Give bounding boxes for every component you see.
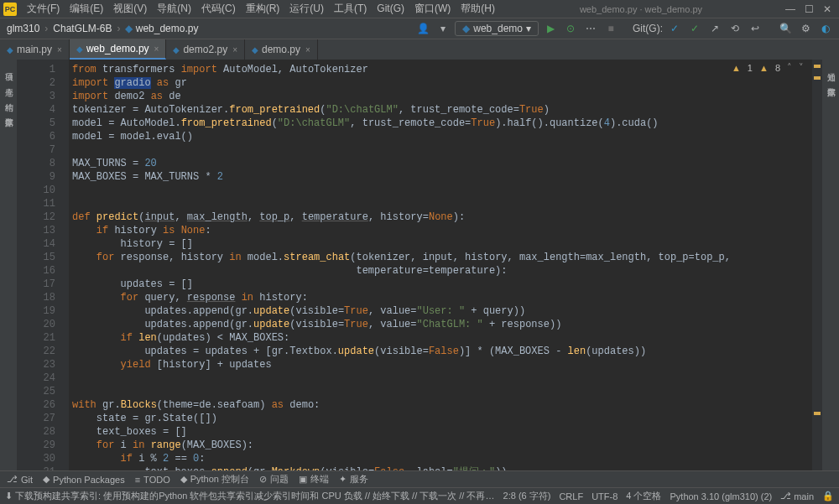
error-stripe[interactable] [812, 60, 822, 470]
code-line[interactable]: with gr.Blocks(theme=de.seafoam) as demo… [72, 398, 812, 412]
line-number[interactable]: 6 [20, 130, 55, 143]
code-line[interactable]: updates = updates + [gr.Textbox.update(v… [72, 345, 812, 358]
hammer-icon[interactable]: ▾ [435, 20, 451, 37]
right-tool-0[interactable]: 通知 [825, 63, 836, 70]
code-line[interactable]: if i % 2 == 0: [72, 452, 812, 465]
line-number[interactable]: 25 [20, 385, 55, 398]
menu-item-0[interactable]: 文件(F) [22, 1, 65, 16]
toolwin-问题[interactable]: ⊘问题 [259, 473, 289, 486]
line-number[interactable]: 7 [20, 143, 55, 157]
line-number[interactable]: 14 [20, 237, 55, 251]
code-line[interactable]: for response, history in model.stream_ch… [72, 251, 812, 264]
code-line[interactable]: if len(updates) < MAX_BOXES: [72, 331, 812, 345]
toolwin-todo[interactable]: ≡TODO [135, 475, 170, 485]
maximize-button[interactable]: ☐ [800, 3, 817, 15]
line-number[interactable]: 29 [20, 439, 55, 452]
menu-item-10[interactable]: 帮助(H) [456, 1, 500, 16]
file-tab-web_demo-py[interactable]: ◆web_demo.py× [70, 39, 167, 60]
line-number[interactable]: 24 [20, 372, 55, 385]
breadcrumb-0[interactable]: glm310 [5, 23, 41, 34]
line-number[interactable]: 11 [20, 197, 55, 210]
code-line[interactable]: if history is None: [72, 224, 812, 237]
code-line[interactable]: model = AutoModel.from_pretrained("D:\ch… [72, 117, 812, 130]
menu-item-1[interactable]: 编辑(E) [65, 1, 108, 16]
toolwin-python-控制台[interactable]: ◆Python 控制台 [180, 473, 249, 486]
lock-icon[interactable]: 🔒 [822, 491, 834, 501]
close-button[interactable]: ✕ [819, 3, 836, 15]
menu-item-4[interactable]: 代码(C) [196, 1, 241, 16]
code-line[interactable]: history = [] [72, 237, 812, 251]
line-number[interactable]: 31 [20, 465, 55, 470]
more-run-icon[interactable]: ⋯ [582, 20, 599, 37]
code-line[interactable]: MAX_BOXES = MAX_TURNS * 2 [72, 170, 812, 184]
line-number[interactable]: 16 [20, 264, 55, 278]
menu-item-3[interactable]: 导航(N) [152, 1, 196, 16]
stop-button[interactable]: ■ [602, 20, 619, 37]
left-tool-0[interactable]: 项目 [3, 63, 14, 70]
vcs-push-icon[interactable]: ↗ [706, 20, 723, 37]
code-area[interactable]: from transformers import AutoModel, Auto… [69, 60, 812, 470]
run-config-select[interactable]: ◆ web_demo ▾ [455, 21, 539, 36]
vcs-update-icon[interactable]: ✓ [666, 20, 683, 37]
code-line[interactable] [72, 197, 812, 210]
vcs-rollback-icon[interactable]: ↩ [747, 20, 763, 37]
close-icon[interactable]: × [154, 44, 159, 54]
code-line[interactable]: text_boxes.append(gr.Markdown(visible=Fa… [72, 465, 812, 470]
toolwin-服务[interactable]: ✦服务 [339, 473, 368, 486]
vcs-commit-icon[interactable]: ✓ [686, 20, 703, 37]
line-number[interactable]: 5 [20, 117, 55, 130]
line-number[interactable]: 1 [20, 63, 55, 76]
line-number[interactable]: 12 [20, 210, 55, 224]
line-number[interactable]: 23 [20, 358, 55, 372]
code-line[interactable]: yield [history] + updates [72, 358, 812, 372]
left-tool-3[interactable]: 数据库 [3, 108, 14, 115]
code-line[interactable]: for i in range(MAX_BOXES): [72, 439, 812, 452]
vcs-history-icon[interactable]: ⟲ [727, 20, 743, 37]
code-editor[interactable]: 1234567891011121314151617181920212223242… [17, 60, 822, 470]
code-line[interactable]: state = gr.State([]) [72, 412, 812, 425]
code-line[interactable]: updates.append(gr.update(visible=True, v… [72, 304, 812, 318]
breadcrumb-1[interactable]: ChatGLM-6B [51, 23, 113, 34]
line-number[interactable]: 9 [20, 170, 55, 184]
search-icon[interactable]: 🔍 [777, 20, 794, 37]
left-tool-1[interactable]: 仓库 [3, 78, 14, 85]
chevron-down-icon[interactable]: ˅ [799, 62, 804, 73]
line-number[interactable]: 20 [20, 318, 55, 331]
code-line[interactable]: def predict(input, max_length, top_p, te… [72, 210, 812, 224]
menu-item-8[interactable]: Git(G) [372, 1, 409, 16]
line-number[interactable]: 28 [20, 425, 55, 439]
code-line[interactable]: MAX_TURNS = 20 [72, 157, 812, 170]
close-icon[interactable]: × [305, 45, 310, 55]
minimize-button[interactable]: — [782, 3, 799, 15]
git-branch[interactable]: ⎇ main [780, 491, 814, 501]
code-line[interactable]: model = model.eval() [72, 130, 812, 143]
toolwin-终端[interactable]: ▣终端 [299, 473, 329, 486]
debug-button[interactable]: ⊙ [562, 20, 579, 37]
line-number[interactable]: 4 [20, 103, 55, 117]
inspections-widget[interactable]: ▲1 ▲8 ˄ ˅ [732, 62, 804, 73]
menu-item-9[interactable]: 窗口(W) [409, 1, 456, 16]
line-number[interactable]: 30 [20, 452, 55, 465]
code-line[interactable]: import demo2 as de [72, 90, 812, 103]
toolwin-python-packages[interactable]: ◆Python Packages [43, 474, 125, 485]
code-line[interactable] [72, 143, 812, 157]
menu-item-7[interactable]: 工具(T) [329, 1, 372, 16]
file-tab-main-py[interactable]: ◆main.py× [0, 39, 70, 60]
code-line[interactable] [72, 184, 812, 197]
menu-item-5[interactable]: 重构(R) [241, 1, 285, 16]
line-number[interactable]: 22 [20, 345, 55, 358]
line-number[interactable]: 26 [20, 398, 55, 412]
line-number[interactable]: 17 [20, 278, 55, 291]
breadcrumb-2[interactable]: ◆ web_demo.py [123, 23, 200, 34]
code-line[interactable]: updates = [] [72, 278, 812, 291]
line-number[interactable]: 27 [20, 412, 55, 425]
gutter[interactable]: 1234567891011121314151617181920212223242… [17, 60, 69, 470]
line-number[interactable]: 2 [20, 76, 55, 90]
code-line[interactable]: temperature=temperature): [72, 264, 812, 278]
line-separator[interactable]: CRLF [559, 491, 583, 501]
ide-sync-icon[interactable]: ◐ [817, 20, 834, 37]
user-icon[interactable]: 👤 [414, 20, 431, 37]
code-line[interactable]: text_boxes = [] [72, 425, 812, 439]
left-tool-2[interactable]: 结构 [3, 93, 14, 100]
right-tool-1[interactable]: 数据库 [825, 78, 836, 85]
